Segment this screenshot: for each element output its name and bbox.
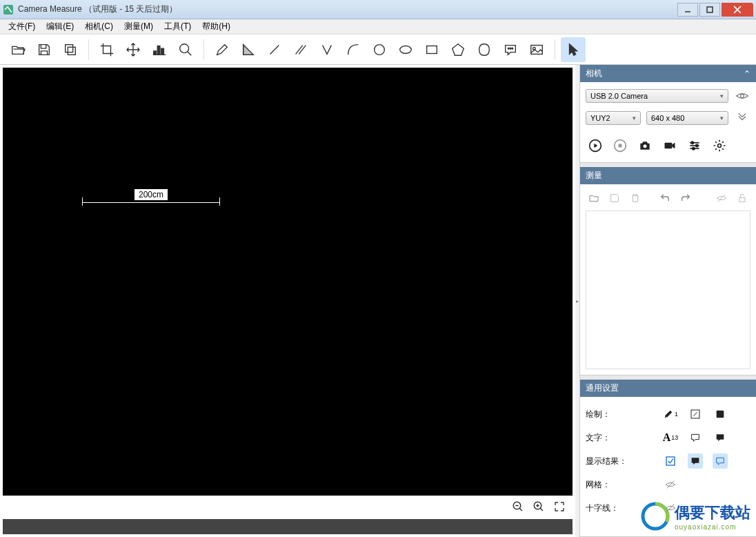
- pen-width-button[interactable]: 1: [663, 407, 678, 422]
- circle-tool[interactable]: [367, 37, 392, 62]
- settings-panel-header[interactable]: 通用设置: [580, 380, 756, 397]
- crop-button[interactable]: [94, 37, 119, 62]
- menu-file[interactable]: 文件(F): [3, 19, 41, 34]
- pencil-tool[interactable]: [210, 37, 235, 62]
- polygon-tool[interactable]: [446, 37, 470, 62]
- move-button[interactable]: [121, 37, 146, 62]
- zoom-out-button[interactable]: [510, 499, 526, 514]
- svg-rect-2: [707, 7, 713, 12]
- play-button[interactable]: [587, 137, 604, 154]
- measurement-label[interactable]: 200cm: [134, 188, 168, 201]
- camera-device-dropdown[interactable]: USB 2.0 Camera▾: [586, 89, 728, 103]
- canvas-area: 200cm: [0, 65, 575, 537]
- measure-undo-button[interactable]: [658, 191, 672, 205]
- ellipse-tool[interactable]: [393, 37, 418, 62]
- close-button[interactable]: [722, 3, 753, 17]
- measure-redo-button[interactable]: [679, 191, 693, 205]
- maximize-button[interactable]: [699, 3, 720, 17]
- stop-button[interactable]: [612, 137, 628, 154]
- camera-device-value: USB 2.0 Camera: [590, 92, 648, 100]
- svg-point-16: [508, 48, 509, 49]
- svg-marker-15: [452, 43, 464, 55]
- measurement-tick-left: [82, 197, 83, 206]
- canvas-zoom-controls: [3, 496, 573, 518]
- camera-panel-header[interactable]: 相机 ⌃: [580, 65, 756, 82]
- measure-list[interactable]: [586, 211, 750, 369]
- svg-rect-32: [619, 144, 622, 148]
- histogram-button[interactable]: [147, 37, 172, 62]
- zoom-button[interactable]: [173, 37, 198, 62]
- edit-draw-button[interactable]: [688, 407, 703, 422]
- font-size-button[interactable]: A13: [663, 430, 678, 445]
- color-draw-button[interactable]: [713, 407, 728, 422]
- svg-point-41: [693, 148, 695, 150]
- svg-line-48: [667, 481, 675, 489]
- pointer-tool[interactable]: [561, 37, 586, 62]
- grid-visibility-button[interactable]: [663, 477, 678, 492]
- menu-measure[interactable]: 测量(M): [119, 19, 159, 34]
- fullscreen-button[interactable]: [552, 499, 567, 514]
- camera-expand-toggle[interactable]: [734, 110, 750, 126]
- measure-lock-button[interactable]: [735, 191, 749, 205]
- status-bar: [3, 519, 573, 534]
- measure-panel-header[interactable]: 测量: [580, 167, 756, 184]
- watermark-logo-icon: [640, 501, 670, 531]
- svg-point-12: [375, 44, 385, 55]
- svg-point-33: [644, 144, 647, 148]
- blob-tool[interactable]: [472, 37, 497, 62]
- measure-delete-button[interactable]: [628, 191, 642, 205]
- svg-rect-6: [68, 47, 75, 55]
- camera-settings-button[interactable]: [686, 137, 703, 154]
- svg-rect-34: [665, 143, 673, 148]
- menu-tools[interactable]: 工具(T): [159, 19, 197, 34]
- result-bubble-fill-button[interactable]: [688, 453, 703, 469]
- copy-button[interactable]: [58, 37, 83, 62]
- angle-tool[interactable]: [236, 37, 261, 62]
- text-bubble-outline-button[interactable]: [688, 430, 703, 445]
- zoom-in-button[interactable]: [531, 499, 546, 514]
- canvas[interactable]: 200cm: [3, 68, 573, 496]
- minimize-button[interactable]: [677, 3, 698, 17]
- camera-format-value: YUY2: [590, 114, 610, 122]
- camera-resolution-dropdown[interactable]: 640 x 480▾: [646, 111, 728, 125]
- record-button[interactable]: [662, 137, 678, 154]
- rect-tool[interactable]: [419, 37, 444, 62]
- svg-point-13: [400, 46, 412, 53]
- svg-point-17: [510, 48, 511, 49]
- camera-visibility-toggle[interactable]: [734, 88, 750, 104]
- image-tool[interactable]: [524, 37, 549, 62]
- measure-save-button[interactable]: [608, 191, 621, 205]
- svg-line-8: [188, 51, 192, 55]
- save-button[interactable]: [32, 37, 57, 62]
- svg-point-7: [180, 43, 189, 52]
- collapse-icon: ⌃: [744, 69, 750, 79]
- menu-edit[interactable]: 编辑(E): [41, 19, 79, 34]
- menu-camera[interactable]: 相机(C): [79, 19, 119, 34]
- measurement-line[interactable]: [82, 202, 220, 203]
- measure-panel: 测量: [580, 167, 756, 375]
- snapshot-button[interactable]: [637, 137, 653, 154]
- settings-text-label: 文字：: [586, 432, 635, 444]
- measure-visibility-button[interactable]: [715, 191, 728, 205]
- measure-open-button[interactable]: [587, 191, 601, 205]
- camera-format-dropdown[interactable]: YUY2▾: [586, 111, 641, 125]
- svg-point-39: [691, 141, 693, 144]
- svg-marker-30: [594, 144, 597, 148]
- curve-tool[interactable]: [341, 37, 366, 62]
- menu-help[interactable]: 帮助(H): [197, 19, 236, 34]
- main-toolbar: [0, 35, 756, 65]
- comment-tool[interactable]: [498, 37, 523, 62]
- line-tool[interactable]: [262, 37, 287, 62]
- svg-point-40: [696, 144, 698, 146]
- result-bubble-outline-button[interactable]: [713, 453, 728, 469]
- measure-panel-title: 测量: [586, 170, 602, 182]
- window-title: Camera Measure （试用版 - 15 天后过期）: [18, 3, 677, 15]
- open-button[interactable]: [6, 37, 30, 62]
- result-checkbox[interactable]: [663, 453, 678, 469]
- svg-point-42: [718, 144, 722, 148]
- text-bubble-fill-button[interactable]: [713, 430, 728, 445]
- v-angle-tool[interactable]: [315, 37, 339, 62]
- app-icon: [3, 4, 14, 15]
- camera-gear-button[interactable]: [711, 137, 728, 154]
- parallel-tool[interactable]: [288, 37, 313, 62]
